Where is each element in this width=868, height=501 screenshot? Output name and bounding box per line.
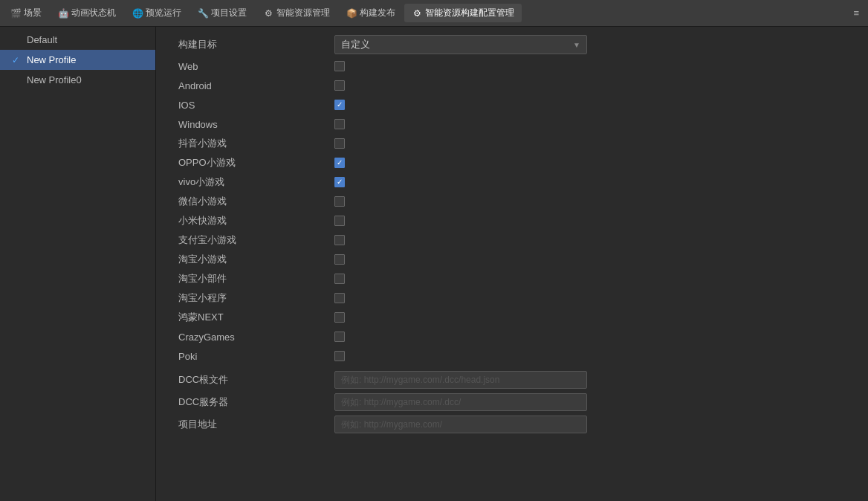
- platform-label-alipay: 支付宝小游戏: [171, 233, 334, 247]
- project-url-input[interactable]: [334, 416, 587, 433]
- sidebar-item-default[interactable]: Default: [0, 30, 155, 50]
- build-target-control: 自定义 ▼: [334, 35, 853, 54]
- platform-label-vivo: vivo小游戏: [171, 175, 334, 189]
- platform-control-alipay: [334, 235, 853, 245]
- build-toolbar-icon: 📦: [346, 8, 357, 19]
- platform-checkbox-vivo[interactable]: ✓: [334, 177, 345, 187]
- platform-control-android: [334, 80, 853, 91]
- toolbar-menu-button[interactable]: ≡: [847, 4, 865, 22]
- platform-checkbox-ios[interactable]: ✓: [334, 100, 345, 110]
- platform-control-windows: [334, 119, 853, 129]
- platform-checkbox-douyin[interactable]: [334, 138, 345, 149]
- platform-control-taobao-game: [334, 254, 853, 265]
- dcc-server-label: DCC服务器: [171, 395, 334, 409]
- platform-row-ios: IOS✓: [171, 95, 853, 114]
- platform-control-wechat: [334, 196, 853, 207]
- platform-label-windows: Windows: [171, 119, 334, 130]
- dcc-root-input[interactable]: [334, 371, 587, 389]
- toolbar: 🎬场景🤖动画状态机🌐预览运行🔧项目设置⚙智能资源管理📦构建发布⚙智能资源构建配置…: [0, 0, 868, 27]
- platform-label-crazygames: CrazyGames: [171, 332, 334, 343]
- checkbox-check-icon: ✓: [337, 178, 343, 186]
- dropdown-arrow-icon: ▼: [573, 41, 580, 49]
- dcc-server-input[interactable]: [334, 393, 587, 411]
- platform-label-xiaomi: 小米快游戏: [171, 214, 334, 227]
- platform-control-poki: [334, 351, 853, 361]
- build-target-value: 自定义: [341, 38, 370, 51]
- platform-control-web: [334, 61, 853, 71]
- platform-checkbox-taobao-game[interactable]: [334, 254, 345, 265]
- checkbox-check-icon: ✓: [337, 159, 343, 167]
- platform-row-alipay: 支付宝小游戏: [171, 230, 853, 250]
- dcc-server-control: [334, 393, 853, 411]
- build-target-row: 构建目标 自定义 ▼: [171, 33, 853, 56]
- platform-row-taobao-widget: 淘宝小部件: [171, 269, 853, 288]
- platform-control-douyin: [334, 138, 853, 149]
- platform-checkbox-poki[interactable]: [334, 351, 345, 361]
- toolbar-item-smart-resource[interactable]: ⚙智能资源管理: [256, 4, 337, 22]
- dcc-root-label: DCC根文件: [171, 373, 334, 387]
- toolbar-item-animation[interactable]: 🤖动画状态机: [51, 4, 123, 22]
- project-url-label: 项目地址: [171, 418, 334, 431]
- platform-row-taobao-game: 淘宝小游戏: [171, 250, 853, 269]
- project-url-control: [334, 416, 853, 433]
- platform-label-android: Android: [171, 80, 334, 91]
- platform-row-vivo: vivo小游戏✓: [171, 172, 853, 192]
- platform-checkbox-oppo[interactable]: ✓: [334, 158, 345, 168]
- form-section: 构建目标 自定义 ▼ WebAndroidIOS✓Windows抖音小游戏OPP…: [156, 27, 868, 442]
- platform-control-vivo: ✓: [334, 177, 853, 187]
- platform-row-oppo: OPPO小游戏✓: [171, 153, 853, 172]
- platform-checkbox-crazygames[interactable]: [334, 332, 345, 342]
- platform-checkbox-wechat[interactable]: [334, 196, 345, 207]
- platform-checkbox-android[interactable]: [334, 80, 345, 91]
- toolbar-item-label: 动画状态机: [71, 7, 116, 19]
- platform-label-douyin: 抖音小游戏: [171, 137, 334, 150]
- sidebar-item-label: New Profile0: [27, 74, 82, 85]
- sidebar-item-new-profile[interactable]: ✓New Profile: [0, 50, 155, 70]
- checkmark-icon: [12, 75, 22, 85]
- dcc-root-row: DCC根文件: [171, 369, 853, 391]
- toolbar-item-scene[interactable]: 🎬场景: [3, 4, 49, 22]
- platform-label-web: Web: [171, 61, 334, 72]
- platform-checkbox-windows[interactable]: [334, 119, 345, 129]
- checkmark-icon: ✓: [12, 55, 22, 65]
- toolbar-item-build[interactable]: 📦构建发布: [339, 4, 403, 22]
- platform-checkbox-web[interactable]: [334, 61, 345, 71]
- main-layout: Default✓New Profile New Profile0 构建目标 自定…: [0, 27, 868, 501]
- sidebar-item-label: Default: [27, 34, 57, 45]
- platform-control-ios: ✓: [334, 100, 853, 110]
- platform-label-wechat: 微信小游戏: [171, 195, 334, 208]
- platform-row-windows: Windows: [171, 114, 853, 134]
- platform-checkbox-taobao-mini[interactable]: [334, 293, 345, 303]
- platform-checkbox-taobao-widget[interactable]: [334, 274, 345, 284]
- toolbar-item-label: 项目设置: [211, 7, 247, 19]
- toolbar-item-label: 智能资源构建配置管理: [425, 7, 514, 19]
- platform-row-hongnext: 鸿蒙NEXT: [171, 308, 853, 327]
- content-area: 构建目标 自定义 ▼ WebAndroidIOS✓Windows抖音小游戏OPP…: [156, 27, 868, 501]
- platform-control-oppo: ✓: [334, 158, 853, 168]
- platform-row-taobao-mini: 淘宝小程序: [171, 288, 853, 308]
- toolbar-item-project[interactable]: 🔧项目设置: [190, 4, 254, 22]
- project-url-row: 项目地址: [171, 413, 853, 436]
- platform-control-xiaomi: [334, 216, 853, 226]
- build-target-label: 构建目标: [171, 38, 334, 51]
- platform-row-android: Android: [171, 76, 853, 95]
- animation-toolbar-icon: 🤖: [58, 8, 68, 19]
- platform-checkbox-alipay[interactable]: [334, 235, 345, 245]
- project-toolbar-icon: 🔧: [198, 8, 208, 19]
- platform-checkbox-xiaomi[interactable]: [334, 216, 345, 226]
- toolbar-item-label: 智能资源管理: [276, 7, 330, 19]
- toolbar-item-smart-build[interactable]: ⚙智能资源构建配置管理: [404, 4, 522, 22]
- dcc-root-control: [334, 371, 853, 389]
- sidebar-item-new-profile0[interactable]: New Profile0: [0, 70, 155, 90]
- toolbar-item-preview[interactable]: 🌐预览运行: [125, 4, 189, 22]
- build-target-dropdown[interactable]: 自定义 ▼: [334, 35, 587, 54]
- platform-control-crazygames: [334, 332, 853, 342]
- toolbar-item-label: 场景: [24, 7, 42, 19]
- platform-checkbox-hongnext[interactable]: [334, 312, 345, 323]
- toolbar-item-label: 构建发布: [360, 7, 395, 19]
- scene-toolbar-icon: 🎬: [10, 8, 21, 19]
- checkbox-check-icon: ✓: [337, 101, 343, 109]
- platform-label-poki: Poki: [171, 351, 334, 362]
- platform-label-taobao-game: 淘宝小游戏: [171, 253, 334, 266]
- platform-label-taobao-mini: 淘宝小程序: [171, 291, 334, 305]
